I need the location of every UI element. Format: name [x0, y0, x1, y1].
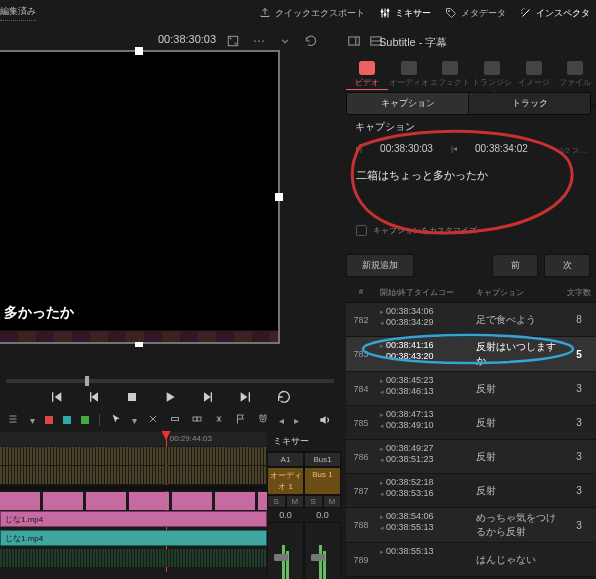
caption-label: キャプション [355, 120, 415, 134]
step-back-icon[interactable] [86, 389, 102, 407]
caption-text-input[interactable]: 二箱はちょっと多かったか [356, 168, 586, 183]
next-clip-icon[interactable] [238, 389, 254, 407]
cell-chars: 8 [562, 306, 596, 333]
th-timecode[interactable]: 開始/終了タイムコー [376, 287, 470, 298]
th-caption[interactable]: キャプション [470, 287, 562, 298]
viewer[interactable]: 多かったか [0, 52, 278, 342]
magnet-icon[interactable] [257, 413, 269, 427]
cell-caption: 反射 [470, 477, 562, 504]
fader-2[interactable] [311, 554, 325, 561]
video-track-1[interactable]: じな1.mp4 [0, 511, 267, 529]
th-chars[interactable]: 文字数 [562, 287, 596, 298]
inspector-label: インスペクタ [536, 7, 590, 20]
expand-icon[interactable] [225, 33, 241, 49]
refresh-icon[interactable] [303, 33, 319, 49]
chevron-down-icon[interactable]: ▾ [132, 415, 137, 426]
mx-mute-1[interactable]: M [286, 495, 305, 508]
mx-bus1[interactable]: Bus1 [304, 452, 341, 467]
table-row[interactable]: 789▸00:38:55:13はんじゃない [346, 543, 596, 577]
mx-audio1[interactable]: オーディオ 1 [267, 467, 304, 495]
insert-icon[interactable] [169, 413, 181, 427]
volume-icon[interactable] [318, 413, 332, 429]
blade-tool-icon[interactable] [147, 413, 159, 427]
tc-out-arrow-icon[interactable]: |◂ [451, 144, 457, 153]
table-row[interactable]: 787▸00:38:52:18◂00:38:53:16反射3 [346, 474, 596, 508]
chevron-down-icon[interactable] [277, 33, 293, 49]
pointer-tool-icon[interactable] [110, 413, 122, 427]
mx-val-1[interactable]: 0.0 [267, 508, 304, 522]
table-row[interactable]: 783▸00:38:41:16◂00:38:43:20反射はいつしますか5 [346, 337, 596, 372]
section-tab-caption[interactable]: キャプション [347, 93, 469, 114]
prev-button[interactable]: 前 [492, 254, 538, 277]
panel-collapse-icon[interactable] [346, 33, 362, 49]
mx-bus1b[interactable]: Bus 1 [304, 467, 341, 495]
table-row[interactable]: 786▸00:38:49:27◂00:38:51:23反射3 [346, 440, 596, 474]
video-track-2[interactable]: じな1.mp4 [0, 530, 267, 548]
tc-in-arrow-icon[interactable]: ▸| [356, 144, 362, 153]
link-icon[interactable] [213, 413, 225, 427]
audio-track-3[interactable] [0, 549, 267, 567]
cell-timecode: ▸00:38:49:27◂00:38:51:23 [376, 443, 470, 470]
prev-clip-icon[interactable] [48, 389, 64, 407]
timecode-main[interactable]: 00:38:30:03 [158, 33, 216, 45]
chevron-right-icon[interactable]: ▸ [294, 415, 299, 426]
meter-1[interactable] [267, 522, 304, 579]
add-button[interactable]: 新規追加 [346, 254, 414, 277]
tab-underline [346, 89, 388, 90]
play-icon[interactable] [162, 389, 178, 407]
flag-icon[interactable] [235, 413, 247, 427]
section-tabs: キャプション トラック [346, 92, 591, 115]
cell-chars: 3 [562, 375, 596, 402]
mx-a1[interactable]: A1 [267, 452, 304, 467]
svg-point-3 [448, 10, 450, 12]
timeline-ruler[interactable]: 00:29:44:03 [0, 432, 267, 446]
audio-track-1[interactable] [0, 447, 267, 465]
handle-right[interactable] [275, 193, 283, 201]
quick-export-button[interactable]: クイックエクスポート [259, 7, 365, 20]
cell-index: 784 [346, 375, 376, 402]
mixer-button[interactable]: ミキサー [379, 7, 431, 20]
audio-track-2[interactable] [0, 466, 267, 484]
scrub-handle[interactable] [85, 376, 89, 386]
inspector-button[interactable]: インスペクタ [520, 7, 590, 20]
scrub-bar[interactable] [6, 379, 334, 383]
subtitle-track[interactable] [0, 492, 267, 510]
mx-mute-2[interactable]: M [323, 495, 342, 508]
chevron-left-icon[interactable]: ◂ [279, 415, 284, 426]
quick-export-label: クイックエクスポート [275, 7, 365, 20]
th-index[interactable]: # [346, 287, 376, 298]
mx-solo-2[interactable]: S [304, 495, 323, 508]
table-row[interactable]: 782▸00:38:34:06◂00:38:34:29足で食べよう8 [346, 303, 596, 337]
marker-red-icon[interactable] [45, 416, 53, 424]
cell-chars: 3 [562, 511, 596, 539]
topbar: クイックエクスポート ミキサー メタデータ インスペクタ [259, 0, 596, 26]
marker-teal-icon[interactable] [63, 416, 71, 424]
cell-caption: 反射はいつしますか [470, 340, 562, 368]
dots-icon[interactable] [251, 33, 267, 49]
metadata-button[interactable]: メタデータ [445, 7, 506, 20]
loop-icon[interactable] [276, 389, 292, 407]
overwrite-icon[interactable] [191, 413, 203, 427]
caption-customize-checkbox[interactable] [356, 225, 367, 236]
handle-top[interactable] [135, 47, 143, 55]
table-row[interactable]: 788▸00:38:54:06◂00:38:55:13めっちゃ気をつけるから反射… [346, 508, 596, 543]
table-row[interactable]: 784▸00:38:45:23◂00:38:46:13反射3 [346, 372, 596, 406]
marker-green-icon[interactable] [81, 416, 89, 424]
clip-b[interactable]: じな1.mp4 [0, 530, 267, 546]
status-edited: 編集済み [0, 5, 36, 21]
stop-icon[interactable] [124, 389, 140, 407]
fader-1[interactable] [274, 554, 288, 561]
table-header: # 開始/終了タイムコー キャプション 文字数 [346, 283, 596, 303]
table-row[interactable]: 785▸00:38:47:13◂00:38:49:10反射3 [346, 406, 596, 440]
step-fwd-icon[interactable] [200, 389, 216, 407]
timeline-menu-icon[interactable] [8, 413, 20, 427]
section-tab-track[interactable]: トラック [469, 93, 590, 114]
chevron-down-icon[interactable]: ▾ [30, 415, 35, 426]
mx-val-2[interactable]: 0.0 [304, 508, 341, 522]
next-button[interactable]: 次 [544, 254, 590, 277]
mx-solo-1[interactable]: S [267, 495, 286, 508]
tc-in-value[interactable]: 00:38:30:03 [380, 143, 433, 154]
clip-a[interactable]: じな1.mp4 [0, 511, 267, 527]
tc-out-value[interactable]: 00:38:34:02 [475, 143, 528, 154]
meter-2[interactable] [304, 522, 341, 579]
